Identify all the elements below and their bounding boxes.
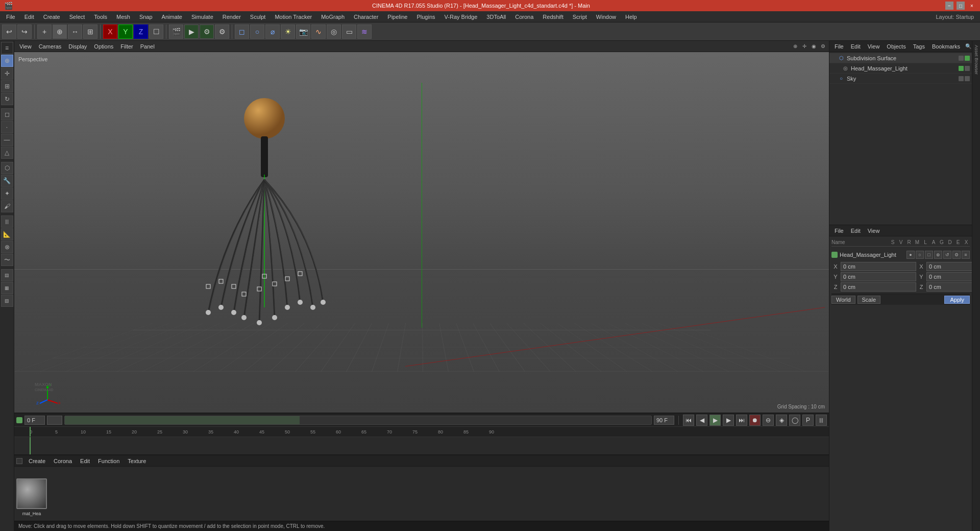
menu-plugins[interactable]: Plugins [412,13,439,21]
record-btn[interactable]: ⏺ [749,415,761,426]
menu-snap[interactable]: Snap [135,13,157,21]
obj-menu-objects[interactable]: Objects [884,42,909,51]
prev-frame-btn[interactable]: ◀ [696,415,707,426]
x-pos-input[interactable] [841,262,916,271]
redo-button[interactable]: ↪ [17,25,32,39]
sphere-btn[interactable]: ○ [250,25,264,39]
paint-mode[interactable]: 🖌 [1,200,13,212]
next-frame-btn[interactable]: ▶ [723,415,734,426]
vp-icon-4[interactable]: ⚙ [819,42,827,51]
menu-corona[interactable]: Corona [511,13,537,21]
live-select[interactable]: ⊕ [53,25,67,39]
timeline-track[interactable] [14,437,829,454]
menu-window[interactable]: Window [592,13,620,21]
move-tool[interactable]: ↔ [68,25,82,39]
cylinder-btn[interactable]: ⌀ [265,25,280,39]
null-btn[interactable]: ◎ [327,25,341,39]
vp-icon-1[interactable]: ⊕ [791,42,799,51]
menu-sculpt[interactable]: Sculpt [246,13,270,21]
menu-pipeline[interactable]: Pipeline [383,13,411,21]
prop-icon-2[interactable]: ○ [916,251,924,259]
mat-menu-function[interactable]: Function [95,457,122,465]
object-mode[interactable]: ◻ [1,108,13,120]
z-axis-btn[interactable]: Z [134,25,148,39]
menu-animate[interactable]: Animate [158,13,186,21]
hair-tool[interactable]: 〜 [1,254,13,266]
y-pos-input[interactable] [841,272,916,281]
spline-btn[interactable]: ∿ [311,25,326,39]
camera-btn[interactable]: 📷 [296,25,310,39]
close-button[interactable]: × [968,2,976,10]
prop-icon-6[interactable]: ⚙ [952,251,961,259]
scale-tool-left[interactable]: ⊞ [1,80,13,92]
prop-icon-7[interactable]: ≡ [962,251,970,259]
snap-tool[interactable]: 🔧 [1,175,13,187]
point-mode[interactable]: · [1,121,13,133]
z-pos-input[interactable] [841,282,916,292]
props-menu-edit[interactable]: Edit [848,227,864,235]
vp-icon-2[interactable]: ✛ [800,42,808,51]
x-axis-btn[interactable]: X [103,25,117,39]
timeline-ruler[interactable]: 0 5 10 15 20 25 30 35 40 45 50 55 60 65 … [14,427,829,437]
render-active-btn[interactable]: ⚙ [200,25,214,39]
display-mode[interactable]: ⬡ [1,162,13,174]
menu-render[interactable]: Render [218,13,245,21]
undo-button[interactable]: ↩ [2,25,16,39]
world-button[interactable]: World [831,296,855,304]
frame-input-2[interactable] [47,416,62,425]
prop-icon-3[interactable]: □ [925,251,933,259]
menu-mesh[interactable]: Mesh [112,13,134,21]
dot-6[interactable] [965,76,970,81]
dot-1[interactable] [959,56,964,61]
timeline-mode-3[interactable]: ◯ [789,415,800,426]
render-region-btn[interactable]: 🎬 [169,25,183,39]
material-thumbnail[interactable]: mat_Hea [16,478,47,509]
timeline-mode-1[interactable]: ⊖ [763,415,774,426]
obj-menu-bookmarks[interactable]: Bookmarks [929,42,963,51]
render-settings-btn[interactable]: ⚙ [215,25,229,39]
maximize-button[interactable]: □ [957,2,965,10]
menu-select[interactable]: Select [65,13,89,21]
menu-edit[interactable]: Edit [20,13,38,21]
goto-end-btn[interactable]: ⏭ [736,415,747,426]
menu-mograph[interactable]: MoGraph [317,13,349,21]
menu-vray[interactable]: V-Ray Bridge [440,13,482,21]
dot-3[interactable] [959,66,964,71]
mat-menu-corona[interactable]: Corona [51,457,75,465]
timeline-mode-4[interactable]: P [802,415,814,426]
dot-2[interactable] [965,56,970,61]
deformer-btn[interactable]: ≋ [357,25,372,39]
z-size-input[interactable] [926,282,972,292]
obj-search-icon[interactable]: 🔍 [964,42,972,51]
menu-file[interactable]: File [2,13,19,21]
y-axis-btn[interactable]: Y [118,25,133,39]
measure-tool[interactable]: 📐 [1,228,13,240]
sculpt-mode[interactable]: ✦ [1,187,13,200]
cube-btn[interactable]: ◻ [235,25,249,39]
menu-simulate[interactable]: Simulate [187,13,217,21]
obj-menu-edit[interactable]: Edit [848,42,864,51]
props-menu-file[interactable]: File [831,227,847,235]
menu-3dtoall[interactable]: 3DToAll [482,13,510,21]
menu-create[interactable]: Create [39,13,64,21]
prop-icon-1[interactable]: ● [906,251,915,259]
grid-tool-3[interactable]: ▧ [1,295,13,307]
obj-menu-view[interactable]: View [865,42,883,51]
scale-tool[interactable]: ⊞ [83,25,97,39]
mat-menu-create[interactable]: Create [26,457,48,465]
current-frame-input[interactable] [24,416,45,425]
timeline-mode-5[interactable]: ||| [816,415,827,426]
dot-5[interactable] [959,76,964,81]
vp-menu-panel[interactable]: Panel [137,42,158,51]
mat-menu-edit[interactable]: Edit [77,457,93,465]
obj-item-subdivision[interactable]: ⬡ Subdivision Surface [829,53,972,63]
menu-character[interactable]: Character [350,13,382,21]
vp-menu-display[interactable]: Display [65,42,90,51]
mat-menu-texture[interactable]: Texture [125,457,149,465]
floor-btn[interactable]: ▭ [342,25,356,39]
world-axis-btn[interactable]: ☐ [149,25,163,39]
render-btn[interactable]: ▶ [184,25,199,39]
joint-tool[interactable]: ⊗ [1,241,13,253]
vp-menu-options[interactable]: Options [91,42,116,51]
move-tool-left[interactable]: ✛ [1,67,13,80]
